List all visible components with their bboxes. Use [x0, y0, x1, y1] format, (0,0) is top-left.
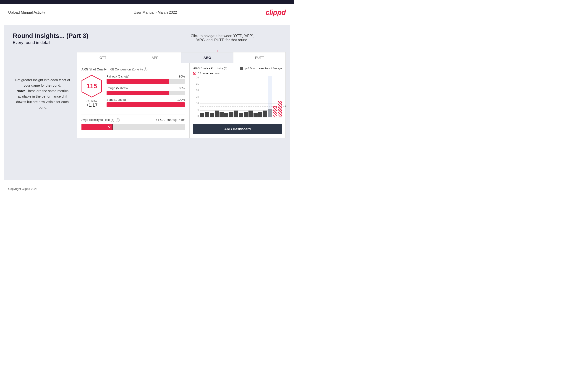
rough-bar-fill — [107, 91, 169, 95]
bar-solid-11 — [249, 110, 253, 117]
nav-hint-line2: 'ARG' and 'PUTT' for that round. — [191, 38, 254, 42]
bar-solid-3 — [210, 113, 214, 117]
rough-bar-bg — [107, 91, 185, 95]
bar-item-14 — [263, 76, 267, 117]
y-label-0: 0 — [197, 115, 199, 117]
sg-label: SG ARG — [86, 99, 97, 103]
chart-area: 30 25 20 15 10 5 0 — [193, 76, 282, 122]
bar-solid-1 — [200, 113, 204, 117]
proximity-help-icon[interactable]: ? — [116, 118, 120, 122]
tab-ott[interactable]: OTT — [77, 52, 129, 63]
arg-content: 115 SG ARG +1.17 Fairway (5 shots) 80% — [81, 75, 185, 110]
top-bar — [0, 0, 294, 4]
bar-solid-2 — [205, 112, 209, 117]
rough-pct: 80% — [179, 86, 185, 90]
bar-item-6 — [224, 76, 228, 117]
arg-dashboard-button[interactable]: ARG Dashboard — [193, 124, 282, 134]
bar-solid-6 — [224, 113, 228, 117]
highlight-overlay — [268, 76, 272, 117]
upload-link[interactable]: Upload Manual Activity — [8, 10, 45, 15]
help-icon[interactable]: ? — [144, 67, 147, 71]
bar-item-5 — [219, 76, 224, 117]
fairway-bar-fill — [107, 79, 169, 84]
legend-updown: Up & Down — [240, 67, 257, 70]
bars-row — [200, 76, 282, 117]
legend-6ft-label: 6 ft conversion zone — [198, 72, 220, 75]
conversion-label: 6ft Conversion Zone % — [111, 67, 143, 71]
legend-roundavg: Round Average — [259, 67, 282, 70]
sand-bar-fill — [107, 102, 185, 107]
hexagon: 115 — [81, 75, 102, 98]
bar-solid-8 — [234, 110, 238, 117]
proximity-bar-fill: 77' — [81, 124, 112, 130]
y-label-5: 5 — [197, 108, 199, 111]
bar-solid-7 — [229, 112, 233, 117]
proximity-section: Avg Proximity to Hole (ft) ? ↑ PGA Tour … — [81, 114, 185, 130]
y-axis: 30 25 20 15 10 5 0 — [193, 76, 200, 117]
tab-app[interactable]: APP — [129, 52, 182, 63]
nav-hint: Click to navigate between 'OTT', 'APP', … — [191, 34, 254, 42]
bar-item-9 — [239, 76, 243, 117]
main-content: Round Insights... (Part 3) Every round i… — [4, 25, 290, 180]
legend-box-updown — [240, 67, 243, 70]
sand-row: Sand (1 shots) 100% — [107, 98, 185, 107]
y-label-10: 10 — [196, 102, 199, 105]
sand-bar-bg — [107, 102, 185, 107]
bar-hatched-16 — [273, 107, 277, 117]
bar-item-2 — [205, 76, 209, 117]
sand-pct: 100% — [177, 98, 185, 101]
footer: Copyright Clippd 2021 — [0, 184, 294, 194]
bar-item-12 — [253, 76, 258, 117]
panel-right: ARG Shots - Proximity (ft) Up & Down Rou… — [190, 63, 285, 138]
proximity-marker — [112, 124, 113, 130]
legend-roundavg-label: Round Average — [264, 67, 282, 70]
tab-arg[interactable]: ARG — [182, 52, 234, 63]
bar-solid-13 — [258, 112, 262, 117]
bar-item-17 — [278, 76, 282, 117]
bar-item-1 — [200, 76, 204, 117]
proximity-bar-bg: 77' — [81, 124, 185, 130]
copyright-text: Copyright Clippd 2021 — [8, 187, 38, 191]
rough-row: Rough (5 shots) 80% — [107, 86, 185, 95]
description-text: Get greater insight into each facet of y… — [15, 78, 70, 87]
bar-item-13 — [258, 76, 262, 117]
bar-item-3 — [210, 76, 214, 117]
header-title: User Manual - March 2022 — [134, 10, 177, 15]
main-panel: OTT APP ARG PUTT ARG Shot Quality 6ft Co… — [77, 52, 286, 138]
fairway-label: Fairway (5 shots) — [107, 75, 129, 78]
fairway-row: Fairway (5 shots) 80% — [107, 75, 185, 84]
note-label: Note: — [17, 89, 25, 93]
bar-item-8 — [234, 76, 238, 117]
chart-plot: 8 — [200, 76, 282, 117]
legend-updown-label: Up & Down — [244, 67, 257, 70]
chart-legend: Up & Down Round Average — [240, 67, 282, 70]
hex-container: 115 SG ARG +1.17 — [81, 75, 102, 110]
legend-hatched-box — [193, 72, 196, 75]
clippd-logo: clippd — [266, 8, 286, 17]
bar-item-16 — [273, 76, 277, 117]
bar-solid-10 — [244, 112, 248, 117]
bar-item-10 — [244, 76, 248, 117]
panel-left: ARG Shot Quality 6ft Conversion Zone % ?… — [77, 63, 190, 138]
bar-hatched-17 — [278, 101, 282, 117]
y-label-15: 15 — [196, 95, 199, 98]
fairway-bar-bg — [107, 79, 185, 84]
y-label-20: 20 — [196, 89, 199, 92]
shot-bars: Fairway (5 shots) 80% Rough (5 shots) — [107, 75, 185, 110]
tab-putt[interactable]: PUTT — [233, 52, 285, 63]
panel-body: ARG Shot Quality 6ft Conversion Zone % ?… — [77, 63, 285, 138]
header: Upload Manual Activity User Manual - Mar… — [0, 4, 294, 21]
bar-solid-12 — [253, 113, 258, 117]
bar-solid-14 — [263, 110, 267, 117]
bar-item-11 — [249, 76, 253, 117]
nav-hint-line1: Click to navigate between 'OTT', 'APP', — [191, 34, 254, 38]
legend-dashed-line — [259, 68, 264, 69]
fairway-pct: 80% — [179, 75, 185, 78]
rough-label: Rough (5 shots) — [107, 86, 128, 90]
tab-bar: OTT APP ARG PUTT — [77, 52, 285, 63]
chart-title: ARG Shots - Proximity (ft) — [193, 67, 227, 70]
left-description: Get greater insight into each facet of y… — [13, 77, 72, 110]
bar-solid-5 — [219, 112, 224, 117]
proximity-header: Avg Proximity to Hole (ft) ? ↑ PGA Tour … — [81, 118, 185, 122]
dashed-line-label: 8 — [285, 105, 286, 108]
